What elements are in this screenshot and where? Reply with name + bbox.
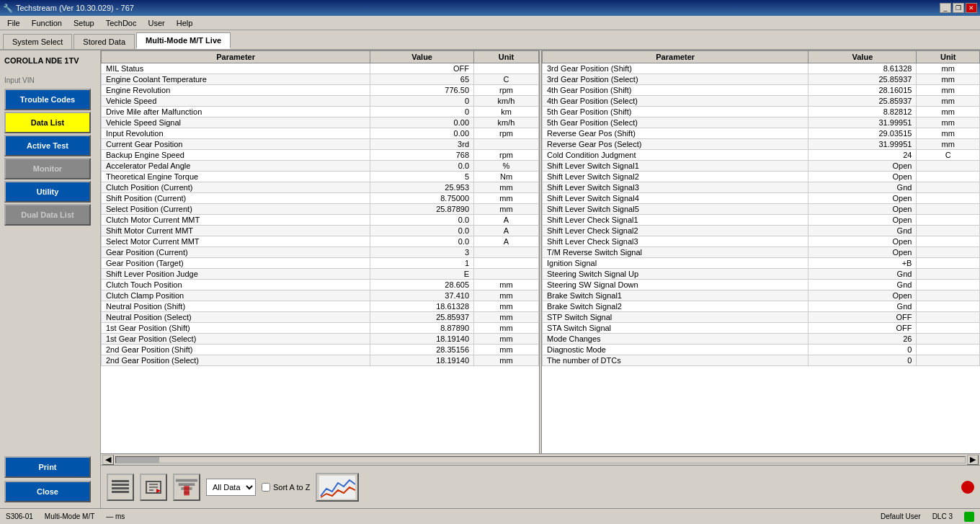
tab-stored-data[interactable]: Stored Data [74,34,135,49]
svg-rect-1 [112,484,129,486]
menu-item-techdoc[interactable]: TechDoc [100,17,143,29]
app-icon: 🔧 [3,4,13,13]
left-data-table: Parameter Value Unit MIL StatusOFFEngine… [101,50,539,366]
table-row: MIL StatusOFF [102,63,539,74]
sidebar-btn-dual-data-list[interactable]: Dual Data List [4,204,91,226]
sidebar-buttons: Trouble CodesData ListActive TestMonitor… [4,89,96,227]
svg-rect-10 [179,483,195,486]
sidebar-btn-trouble-codes[interactable]: Trouble Codes [4,89,91,110]
table-row: Clutch Position (Current)25.953mm [102,182,539,193]
table-row: STP Switch SignalOFF [543,312,980,323]
right-data-table: Parameter Value Unit 3rd Gear Position (… [542,50,980,366]
table-row: Ignition Signal+B [543,258,980,269]
data-area: Parameter Value Unit MIL StatusOFFEngine… [101,50,980,508]
record-icon-btn[interactable] [140,474,167,501]
dlc-label: DLC 3 [932,512,953,520]
table-row: Clutch Touch Position28.605mm [102,280,539,290]
horizontal-scrollbar[interactable]: ◀ ▶ [101,453,980,465]
table-row: Diagnostic Mode0 [543,345,980,355]
table-row: T/M Reverse Switch SignalOpen [543,247,980,258]
table-row: Neutral Position (Select)25.85937mm [102,312,539,323]
table-row: Shift Lever Switch Signal5Open [543,204,980,215]
right-table-wrapper: Parameter Value Unit 3rd Gear Position (… [542,50,980,453]
status-right: Default User DLC 3 [881,512,974,522]
menu-item-file[interactable]: File [1,17,26,29]
svg-rect-0 [112,480,129,482]
statusbar: S306-01 Multi-Mode M/T — ms Default User… [0,508,980,524]
svg-rect-13 [184,486,190,495]
dlc-indicator [964,512,974,522]
svg-rect-9 [176,479,197,481]
table-row: Reverse Gear Pos (Shift)29.03515mm [543,128,980,139]
sidebar: COROLLA NDE 1TV Input VIN Trouble CodesD… [0,50,101,508]
menu-item-setup[interactable]: Setup [68,17,100,29]
sort-text: Sort A to Z [273,483,310,492]
titlebar-title: 🔧 Techstream (Ver 10.30.029) - 767 [3,4,134,13]
titlebar: 🔧 Techstream (Ver 10.30.029) - 767 _ ❐ ✕ [0,0,980,16]
tab-system-select[interactable]: System Select [3,34,72,49]
chart-button[interactable] [316,473,359,502]
table-row: 4th Gear Position (Select)25.85937mm [543,96,980,107]
table-row: Accelerator Pedal Angle0.0% [102,161,539,172]
tabbar: System SelectStored DataMulti-Mode M/T L… [0,30,980,50]
left-table-wrapper: Parameter Value Unit MIL StatusOFFEngine… [101,50,539,453]
table-row: Engine Coolant Temperature65C [102,74,539,85]
table-row: 2nd Gear Position (Shift)28.35156mm [102,345,539,355]
titlebar-controls: _ ❐ ✕ [940,3,977,13]
scroll-track[interactable] [115,456,966,463]
sidebar-footer: Print Close [4,456,96,502]
print-button[interactable]: Print [4,456,91,478]
close-button[interactable]: ✕ [966,3,977,13]
menu-item-function[interactable]: Function [26,17,68,29]
table-row: 5th Gear Position (Shift)8.82812mm [543,107,980,117]
table-row: 5th Gear Position (Select)31.99951mm [543,117,980,128]
table-row: Clutch Motor Current MMT0.0A [102,215,539,226]
sidebar-btn-utility[interactable]: Utility [4,181,91,203]
table-row: Theoretical Engine Torque5Nm [102,172,539,182]
sidebar-btn-active-test[interactable]: Active Test [4,135,91,156]
sidebar-btn-monitor[interactable]: Monitor [4,158,91,179]
data-list-icon-btn[interactable] [107,474,134,501]
table-row: Shift Lever Check Signal2Gnd [543,226,980,236]
status-code: S306-01 [6,512,33,520]
scroll-right-btn[interactable]: ▶ [967,455,979,465]
table-row: Backup Engine Speed768rpm [102,150,539,161]
table-row: Neutral Position (Shift)18.61328mm [102,301,539,312]
menu-item-help[interactable]: Help [171,17,199,29]
svg-rect-3 [112,491,129,493]
table-row: Vehicle Speed Signal0.00km/h [102,117,539,128]
scroll-thumb[interactable] [116,457,159,463]
table-row: STA Switch SignalOFF [543,323,980,334]
filter-icon-btn[interactable] [173,474,200,501]
table-row: 1st Gear Position (Select)18.19140mm [102,334,539,345]
menubar: FileFunctionSetupTechDocUserHelp [0,16,980,30]
status-system: Multi-Mode M/T [45,512,94,520]
scroll-left-btn[interactable]: ◀ [102,455,114,465]
right-col-unit: Unit [917,51,980,63]
data-filter-select[interactable]: All Data Custom [206,479,256,496]
close-button-sidebar[interactable]: Close [4,481,91,502]
input-vin-label: Input VIN [4,76,96,84]
table-row: Reverse Gear Pos (Select)31.99951mm [543,139,980,150]
status-indicator [961,481,974,494]
minimize-button[interactable]: _ [940,3,951,13]
table-row: Shift Lever Switch Signal3Gnd [543,182,980,193]
table-row: The number of DTCs0 [543,355,980,366]
sort-checkbox[interactable] [262,483,270,492]
table-row: Input Revolution0.00rpm [102,128,539,139]
table-row: Gear Position (Target)1 [102,258,539,269]
tab-multi-mode-m/t-live[interactable]: Multi-Mode M/T Live [136,32,231,49]
table-row: Shift Lever Check Signal1Open [543,215,980,226]
table-row: 3rd Gear Position (Select)25.85937mm [543,74,980,85]
table-row: Brake Switch Signal2Gnd [543,301,980,312]
default-user: Default User [881,512,921,520]
table-row: Select Motor Current MMT0.0A [102,236,539,247]
table-row: Select Position (Current)25.87890mm [102,204,539,215]
sidebar-btn-data-list[interactable]: Data List [4,112,91,133]
table-row: Clutch Clamp Position37.410mm [102,290,539,301]
table-row: Steering Switch Signal UpGnd [543,269,980,280]
table-row: Shift Lever Switch Signal4Open [543,193,980,204]
restore-button[interactable]: ❐ [953,3,964,13]
menu-item-user[interactable]: User [142,17,170,29]
svg-rect-2 [112,487,129,489]
